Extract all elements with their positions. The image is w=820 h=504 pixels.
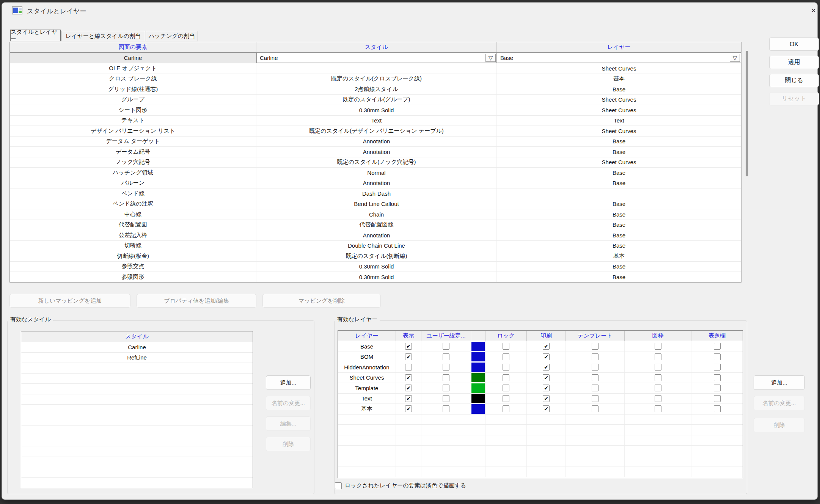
- layer-add-button[interactable]: 追加...: [754, 375, 805, 390]
- layer-filter-dropdown-icon[interactable]: ▽: [730, 54, 740, 62]
- ok-button[interactable]: OK: [769, 38, 819, 51]
- layer-template-checkbox[interactable]: [592, 343, 599, 350]
- layer-name-cell[interactable]: Text: [338, 394, 396, 404]
- layer-print-checkbox[interactable]: ✔: [543, 374, 550, 381]
- layer-print-checkbox[interactable]: ✔: [543, 405, 550, 412]
- layer-title-block-checkbox[interactable]: [714, 405, 721, 412]
- mapping-row[interactable]: シート図形0.30mm SolidSheet Curves: [10, 105, 741, 116]
- layer-user-defined-checkbox[interactable]: [443, 343, 449, 350]
- layer-lock-checkbox[interactable]: [503, 343, 509, 350]
- layer-print-checkbox[interactable]: ✔: [543, 343, 550, 350]
- mapping-row[interactable]: グリッド線(柱通芯)2点鎖線スタイルBase: [10, 84, 741, 95]
- layer-user-defined-checkbox[interactable]: [443, 395, 449, 402]
- layer-lock-checkbox[interactable]: [503, 364, 509, 371]
- layer-name-cell[interactable]: 基本: [338, 404, 396, 414]
- mapping-row[interactable]: クロス ブレーク線既定のスタイル(クロスブレーク線)基本: [10, 74, 741, 85]
- layer-color-swatch[interactable]: [471, 394, 485, 404]
- layer-user-defined-checkbox[interactable]: [443, 374, 449, 381]
- apply-button[interactable]: 適用: [769, 56, 819, 69]
- layer-template-checkbox[interactable]: [592, 353, 599, 360]
- layer-delete-button[interactable]: 削除: [754, 418, 805, 432]
- style-delete-button[interactable]: 削除: [266, 437, 311, 451]
- layer-lock-checkbox[interactable]: [503, 374, 509, 381]
- close-icon[interactable]: ×: [807, 5, 820, 16]
- layer-lock-checkbox[interactable]: [503, 385, 509, 391]
- layer-frame-checkbox[interactable]: [655, 405, 661, 412]
- layer-user-defined-checkbox[interactable]: [443, 405, 449, 412]
- layer-visible-checkbox[interactable]: ✔: [405, 385, 412, 391]
- layer-template-checkbox[interactable]: [592, 364, 599, 371]
- layer-title-block-checkbox[interactable]: [714, 353, 721, 360]
- layer-row[interactable]: Base✔✔: [338, 341, 743, 352]
- layer-lock-checkbox[interactable]: [503, 405, 509, 412]
- style-combobox[interactable]: Carline ▽: [256, 53, 497, 63]
- mapping-row[interactable]: デザイン バリエーション リスト既定のスタイル(デザイン バリエーション テーブ…: [10, 126, 741, 137]
- layer-frame-checkbox[interactable]: [655, 353, 661, 360]
- layer-title-block-checkbox[interactable]: [714, 343, 721, 350]
- selected-mapping-row[interactable]: Carline Carline ▽ Base ▽: [10, 53, 741, 63]
- style-add-button[interactable]: 追加...: [266, 375, 311, 390]
- mapping-row[interactable]: データム ターゲットAnnotationBase: [10, 137, 741, 147]
- layer-frame-checkbox[interactable]: [655, 385, 661, 391]
- tab-layer-linestyle-assignment[interactable]: レイヤーと線スタイルの割当: [61, 31, 145, 41]
- mapping-row[interactable]: ノック穴記号既定のスタイル(ノック穴記号)Sheet Curves: [10, 157, 741, 168]
- close-button[interactable]: 閉じる: [769, 74, 819, 87]
- layer-visible-checkbox[interactable]: ✔: [405, 343, 412, 350]
- layer-frame-checkbox[interactable]: [655, 343, 661, 350]
- mapping-row[interactable]: ベンド線Dash-Dash: [10, 188, 741, 199]
- layer-user-defined-checkbox[interactable]: [443, 385, 449, 391]
- mapping-row[interactable]: 参照図形0.30mm SolidBase: [10, 272, 741, 283]
- delete-mapping-button[interactable]: マッピングを削除: [262, 294, 381, 308]
- layer-title-block-checkbox[interactable]: [714, 364, 721, 371]
- layer-frame-checkbox[interactable]: [655, 395, 661, 402]
- layer-visible-checkbox[interactable]: ✔: [405, 353, 412, 360]
- layer-template-checkbox[interactable]: [592, 385, 599, 391]
- layer-rename-button[interactable]: 名前の変更...: [754, 396, 805, 410]
- layer-name-cell[interactable]: BOM: [338, 352, 396, 362]
- layer-name-cell[interactable]: Base: [338, 341, 396, 352]
- mapping-row[interactable]: ハッチング領域NormalBase: [10, 168, 741, 178]
- add-new-mapping-button[interactable]: 新しいマッピングを追加: [9, 294, 130, 308]
- layer-color-swatch[interactable]: [471, 352, 485, 362]
- mapping-row[interactable]: グループ既定のスタイル(グループ)Sheet Curves: [10, 95, 741, 105]
- layer-row[interactable]: HiddenAnnotation✔: [338, 362, 743, 373]
- layer-template-checkbox[interactable]: [592, 395, 599, 402]
- mapping-row[interactable]: ベンド線の注釈Bend Line CalloutBase: [10, 199, 741, 210]
- layer-row[interactable]: Text✔✔: [338, 394, 743, 404]
- layer-lock-checkbox[interactable]: [503, 353, 509, 360]
- style-edit-button[interactable]: 編集...: [266, 416, 311, 431]
- layer-user-defined-checkbox[interactable]: [443, 364, 449, 371]
- layer-title-block-checkbox[interactable]: [714, 385, 721, 391]
- layer-visible-checkbox[interactable]: ✔: [405, 395, 412, 402]
- mapping-row[interactable]: 代替配置図代替配置図線Base: [10, 220, 741, 231]
- mapping-row[interactable]: 中心線ChainBase: [10, 209, 741, 220]
- layer-color-swatch[interactable]: [471, 362, 485, 372]
- layer-color-swatch[interactable]: [471, 341, 485, 352]
- mapping-row[interactable]: 切断線(板金)既定のスタイル(切断線)基本: [10, 251, 741, 262]
- layer-name-cell[interactable]: HiddenAnnotation: [338, 362, 396, 372]
- layer-user-defined-checkbox[interactable]: [443, 353, 449, 360]
- layer-color-swatch[interactable]: [471, 373, 485, 383]
- lock-dim-checkbox[interactable]: [335, 482, 342, 489]
- layer-template-checkbox[interactable]: [592, 405, 599, 412]
- layer-visible-checkbox[interactable]: ✔: [405, 405, 412, 412]
- layer-row[interactable]: BOM✔✔: [338, 352, 743, 363]
- layer-frame-checkbox[interactable]: [655, 364, 661, 371]
- layer-print-checkbox[interactable]: ✔: [543, 395, 550, 402]
- layer-combobox[interactable]: Base ▽: [497, 53, 741, 63]
- layer-name-cell[interactable]: Template: [338, 383, 396, 393]
- layer-visible-checkbox[interactable]: [405, 364, 412, 371]
- mapping-table-scrollbar[interactable]: [743, 42, 752, 283]
- mapping-row[interactable]: 参照交点0.30mm SolidBase: [10, 262, 741, 272]
- mapping-row[interactable]: OLE オブジェクトSheet Curves: [10, 63, 741, 74]
- layer-row[interactable]: 基本✔✔: [338, 404, 743, 415]
- layer-name-cell[interactable]: Sheet Curves: [338, 373, 396, 383]
- layer-lock-checkbox[interactable]: [503, 395, 509, 402]
- mapping-row[interactable]: 切断線Double Chain Cut LineBase: [10, 241, 741, 251]
- reset-button[interactable]: リセット: [769, 92, 819, 105]
- layer-print-checkbox[interactable]: ✔: [543, 353, 550, 360]
- layer-title-block-checkbox[interactable]: [714, 374, 721, 381]
- layer-print-checkbox[interactable]: ✔: [543, 385, 550, 391]
- layer-print-checkbox[interactable]: ✔: [543, 364, 550, 371]
- style-filter-dropdown-icon[interactable]: ▽: [485, 54, 496, 62]
